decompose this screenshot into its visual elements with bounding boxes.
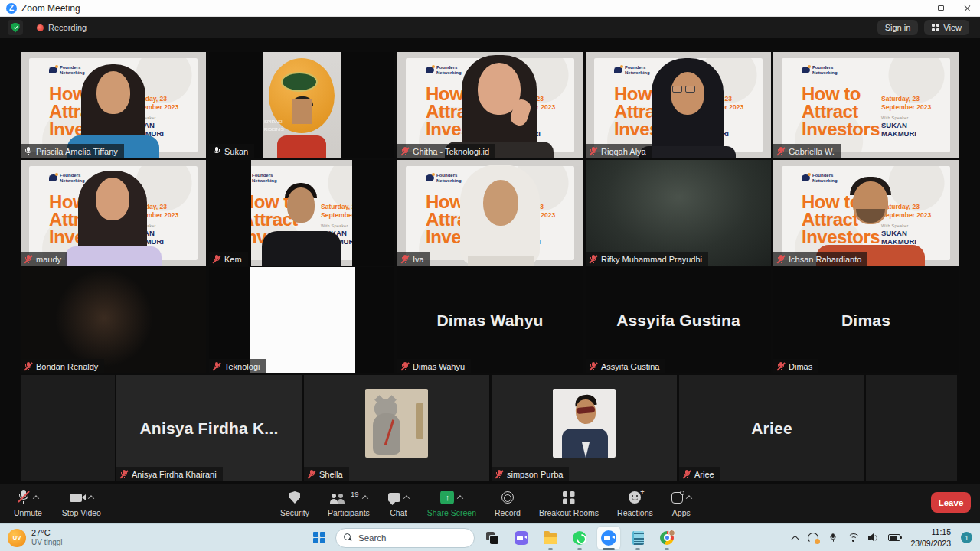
mic-muted-icon — [400, 146, 410, 156]
chevron-up-icon[interactable] — [686, 495, 692, 501]
tray-mic-icon[interactable] — [829, 533, 838, 542]
unmute-button[interactable]: Unmute — [14, 490, 42, 517]
view-button[interactable]: View — [924, 20, 969, 35]
apps-button[interactable]: Apps — [671, 490, 691, 517]
view-grid-icon — [932, 24, 939, 31]
video-gallery: Founders Networking How toAttractInvesto… — [0, 38, 980, 484]
windows-logo-icon — [313, 532, 325, 544]
breakout-rooms-button[interactable]: Breakout Rooms — [539, 490, 599, 517]
participant-name-label: Sukan — [209, 144, 254, 158]
sign-in-button[interactable]: Sign in — [877, 20, 919, 35]
taskbar-app-zoom[interactable] — [597, 527, 620, 549]
mic-muted-icon — [307, 469, 316, 479]
search-box[interactable]: Search — [335, 528, 475, 548]
close-button[interactable] — [954, 0, 980, 16]
participant-name-label: Dimas Wahyu — [397, 359, 471, 373]
taskbar-app-file-explorer[interactable] — [539, 527, 562, 549]
slide-speaker-name: SUKANMAKMURI — [881, 122, 939, 138]
battery-icon[interactable] — [888, 534, 900, 541]
mic-muted-icon — [119, 469, 129, 479]
encryption-shield-icon[interactable] — [8, 20, 23, 35]
search-icon — [344, 533, 352, 542]
participant-video-figure — [21, 52, 206, 158]
participant-name-label: Ichsan Rahardianto — [773, 252, 867, 266]
video-tile-simpson[interactable]: simpson Purba — [492, 375, 677, 481]
video-tile-bondan[interactable]: Bondan Renaldy — [21, 267, 206, 373]
chat-bubble-icon — [388, 493, 400, 502]
chrome-icon — [660, 531, 674, 545]
taskbar-app-chrome[interactable] — [655, 527, 678, 549]
participant-name-label: Ariee — [679, 467, 720, 481]
founders-networking-logo: Founders Networking — [802, 65, 846, 76]
security-button[interactable]: Security — [280, 490, 309, 517]
video-tile-dimas[interactable]: Dimas Dimas — [773, 267, 959, 373]
mic-muted-icon — [212, 361, 221, 371]
slide-speaker-label: With Speaker — [321, 223, 352, 228]
video-tile-kem[interactable]: Founders Networking How toAttractInvesto… — [209, 160, 394, 266]
chevron-up-icon[interactable] — [88, 495, 94, 501]
participant-video-figure — [21, 160, 206, 266]
camera-icon — [70, 494, 82, 502]
reactions-button[interactable]: + Reactions — [617, 490, 653, 517]
window-title: Zoom Meeting — [21, 3, 80, 14]
participant-name-label: Teknologi — [209, 359, 266, 373]
update-sync-icon[interactable] — [808, 533, 818, 543]
stop-video-button[interactable]: Stop Video — [62, 490, 101, 517]
notification-badge[interactable]: 1 — [961, 532, 972, 543]
video-tile-gabriella[interactable]: Founders Networking How toAttractInvesto… — [773, 52, 959, 158]
video-tile-assyifa[interactable]: Assyifa Gustina Assyifa Gustina — [586, 267, 771, 373]
hidden-icons-chevron[interactable] — [792, 535, 799, 543]
video-tile-rifky[interactable]: Rifky Muhammad Prayudhi — [586, 160, 771, 266]
video-tile-riqqah[interactable]: Founders Networking How toAttractInvesto… — [586, 52, 771, 158]
video-tile-ariee[interactable]: Ariee Ariee — [679, 375, 864, 481]
record-button[interactable]: Record — [495, 490, 521, 517]
mic-muted-icon — [682, 469, 691, 479]
video-tile-ichsan[interactable]: Founders Networking How toAttractInvesto… — [773, 160, 959, 266]
chevron-up-icon[interactable] — [33, 495, 39, 501]
participant-name-label: Kem — [209, 252, 248, 266]
participant-name-label: Shella — [304, 467, 349, 481]
video-tile-dimas-wahyu[interactable]: Dimas Wahyu Dimas Wahyu — [397, 267, 583, 373]
video-tile-ghitha[interactable]: Founders Networking How toAttractInvesto… — [397, 52, 583, 158]
maximize-button[interactable] — [928, 0, 954, 16]
mic-muted-icon — [400, 254, 410, 264]
volume-icon[interactable] — [868, 533, 878, 542]
weather-widget[interactable]: UV 27°C UV tinggi — [8, 528, 63, 547]
video-tile-teknologi[interactable]: Teknologi — [209, 267, 394, 373]
slide-date: Saturday, 23September 2023 — [881, 95, 939, 111]
mic-muted-icon — [18, 490, 30, 505]
mic-muted-icon — [24, 361, 33, 371]
leave-button[interactable]: Leave — [931, 492, 971, 513]
tray-date: 23/09/2023 — [910, 538, 951, 549]
start-button[interactable] — [309, 528, 329, 548]
video-tile-priscila[interactable]: Founders Networking How toAttractInvesto… — [21, 52, 206, 158]
share-screen-button[interactable]: ↑ Share Screen — [427, 490, 476, 517]
taskbar-app-task-view[interactable] — [481, 527, 504, 549]
chevron-up-icon[interactable] — [457, 495, 463, 501]
wifi-icon[interactable] — [848, 533, 858, 542]
chevron-up-icon[interactable] — [361, 495, 368, 501]
chevron-up-icon[interactable] — [403, 495, 410, 501]
security-shield-icon — [289, 491, 300, 504]
video-tile-iva[interactable]: Founders Networking How toAttractInvesto… — [397, 160, 583, 266]
participant-name-label: Ghitha - Teknologi.id — [397, 144, 495, 158]
video-tile-shella[interactable]: Shella — [304, 375, 489, 481]
participant-name-label: Rifky Muhammad Prayudhi — [586, 252, 708, 266]
participants-button[interactable]: 19 Participants — [328, 490, 370, 517]
notebook-icon — [632, 531, 644, 545]
taskbar-app-video-chat[interactable] — [510, 527, 533, 549]
minimize-button[interactable] — [902, 0, 928, 16]
taskbar-app-notes[interactable] — [626, 527, 649, 549]
mic-muted-icon — [589, 146, 598, 156]
taskbar-app-whatsapp[interactable] — [568, 527, 591, 549]
video-tile-sukan[interactable]: SPIRASI RIBISNIS Sukan — [209, 52, 394, 158]
slide-date: Saturday, 23September 2023 — [321, 203, 352, 219]
mic-muted-icon — [400, 361, 410, 371]
slide-title: How toAttractInvestors — [802, 85, 880, 138]
chat-button[interactable]: Chat — [388, 490, 409, 517]
participant-display-name: Assyifa Gustina — [586, 267, 771, 373]
clock[interactable]: 11:15 23/09/2023 — [910, 527, 951, 548]
task-view-icon — [486, 532, 498, 544]
video-tile-anisya[interactable]: Anisya Firdha K... Anisya Firdha Khairan… — [116, 375, 302, 481]
video-tile-maudy[interactable]: Founders Networking How toAttractInvesto… — [21, 160, 206, 266]
